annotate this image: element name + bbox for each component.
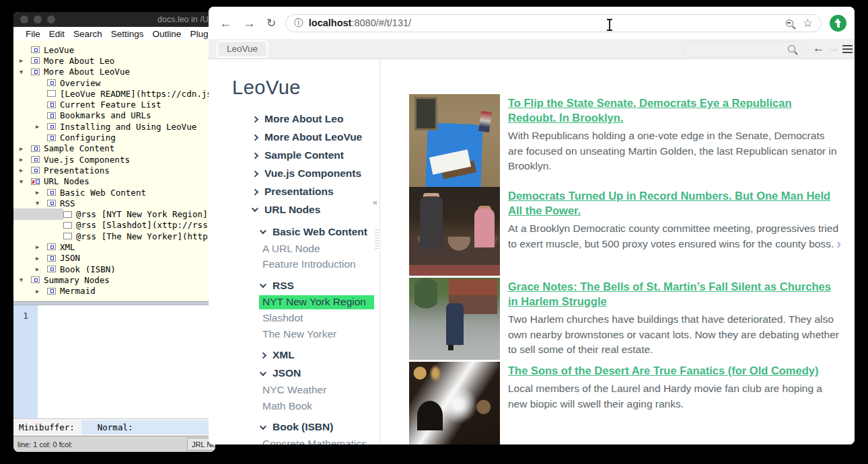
- leo-tree-node[interactable]: Bookmarks and URLs: [13, 110, 215, 121]
- close-window-button[interactable]: [20, 15, 28, 24]
- menu-plug[interactable]: Plug: [190, 29, 208, 39]
- leo-tree-node[interactable]: ▼ More About LeoVue: [13, 67, 215, 77]
- disclosure-triangle-icon[interactable]: ▶: [35, 243, 47, 250]
- article-headline-link[interactable]: Grace Notes: The Bells of St. Martin’s F…: [508, 280, 831, 307]
- app-badge[interactable]: LeoVue: [217, 40, 268, 58]
- sidebar-tree-item[interactable]: Book (ISBN): [232, 418, 379, 436]
- sidebar-tree-item[interactable]: Math Book: [232, 398, 379, 414]
- leo-tree-node[interactable]: ▶ Sample Content: [13, 143, 215, 154]
- leo-tree-node[interactable]: ▶ Mermaid: [13, 286, 215, 297]
- search-input[interactable]: [683, 41, 804, 57]
- node-box-icon[interactable]: [63, 233, 72, 239]
- disclosure-triangle-icon[interactable]: ▶: [19, 167, 31, 173]
- node-box-icon[interactable]: [47, 112, 56, 119]
- disclosure-triangle-icon[interactable]: ▶: [35, 189, 47, 196]
- sidebar-tree-item[interactable]: XML: [232, 346, 379, 364]
- node-box-icon[interactable]: [31, 276, 40, 283]
- menu-settings[interactable]: Settings: [111, 29, 144, 39]
- leo-tree-node[interactable]: @rss [The New Yorker](https: [13, 231, 215, 241]
- node-box-icon[interactable]: [47, 255, 56, 262]
- sidebar-tree-item[interactable]: A URL Node: [232, 241, 379, 257]
- browser-reload-button[interactable]: ↻: [266, 17, 276, 29]
- zoom-window-button[interactable]: [47, 15, 55, 24]
- bookmark-star-icon[interactable]: ☆: [803, 17, 813, 29]
- node-box-icon[interactable]: [31, 69, 40, 75]
- menu-edit[interactable]: Edit: [49, 29, 65, 39]
- sidebar-tree-item[interactable]: Feature Introduction: [232, 257, 379, 273]
- article-headline-link[interactable]: To Flip the State Senate, Democrats Eye …: [508, 97, 791, 124]
- node-box-icon[interactable]: [63, 222, 72, 229]
- sidebar-tree-item[interactable]: Basic Web Content: [232, 223, 379, 241]
- minibuffer-input[interactable]: Normal:: [81, 420, 214, 434]
- minimize-window-button[interactable]: [34, 15, 42, 24]
- leo-tree-node[interactable]: ▶ XML: [13, 241, 215, 252]
- menu-file[interactable]: File: [26, 29, 40, 39]
- leo-tree-node[interactable]: ▼ RSS: [13, 198, 215, 208]
- leo-tree-node[interactable]: Current Feature List: [13, 99, 215, 110]
- article-headline-link[interactable]: Democrats Turned Up in Record Numbers. B…: [508, 190, 830, 217]
- leo-tree-node[interactable]: Configuring: [13, 132, 215, 143]
- node-box-icon[interactable]: [47, 243, 56, 250]
- node-box-icon[interactable]: [47, 134, 56, 141]
- node-box-icon[interactable]: [31, 156, 40, 163]
- leo-body-pane[interactable]: 1: [13, 305, 215, 418]
- url-text[interactable]: localhost:8080/#/t/131/: [309, 17, 786, 28]
- sidebar-tree-item[interactable]: NYC Weather: [232, 383, 379, 399]
- leo-titlebar[interactable]: docs.leo in /Us: [13, 12, 215, 27]
- leo-tree-node[interactable]: ▶ More About Leo: [13, 55, 215, 66]
- sidebar-tree-item[interactable]: Vue.js Components: [232, 164, 379, 182]
- history-back-button[interactable]: ←: [813, 42, 824, 55]
- sidebar-tree-item[interactable]: JSON: [232, 364, 379, 383]
- sidebar-resize-handle[interactable]: [375, 229, 379, 249]
- sidebar-tree-item[interactable]: RSS: [232, 276, 379, 295]
- disclosure-triangle-icon[interactable]: ▼: [19, 178, 31, 185]
- disclosure-triangle-icon[interactable]: ▼: [35, 200, 47, 206]
- article-headline-link[interactable]: The Sons of the Desert Are True Fanatics…: [508, 364, 818, 377]
- leo-tree-node[interactable]: ▼ URL Nodes: [13, 176, 215, 187]
- node-box-icon[interactable]: [47, 200, 56, 206]
- menu-outline[interactable]: Outline: [153, 29, 182, 39]
- leo-tree-node[interactable]: Overview: [13, 77, 215, 88]
- zoom-out-icon[interactable]: [786, 20, 793, 27]
- menu-icon[interactable]: [842, 45, 853, 55]
- sidebar-tree-item[interactable]: Presentations: [232, 182, 379, 200]
- leo-tree-node[interactable]: ▶ Basic Web Content: [13, 187, 215, 198]
- node-box-icon[interactable]: [31, 57, 40, 64]
- leo-tree-node[interactable]: ▶ Book (ISBN): [13, 264, 215, 274]
- node-box-icon[interactable]: [31, 167, 40, 173]
- leo-tree-node[interactable]: ▼ Summary Nodes: [13, 274, 215, 285]
- sidebar-tree-item[interactable]: More About Leo: [232, 110, 379, 128]
- node-box-icon[interactable]: [31, 46, 40, 53]
- address-bar[interactable]: ⓘ localhost:8080/#/t/131/ ☆: [285, 14, 822, 32]
- disclosure-triangle-icon[interactable]: ▶: [19, 57, 31, 64]
- disclosure-triangle-icon[interactable]: ▶: [35, 255, 47, 262]
- sidebar-tree-item[interactable]: Sample Content: [232, 146, 379, 164]
- disclosure-triangle-icon[interactable]: ▶: [19, 145, 31, 152]
- leo-tree-node[interactable]: @rss [NYT New York Region](: [13, 208, 215, 219]
- sidebar-tree-item[interactable]: Concrete Mathematics: [232, 436, 379, 445]
- node-box-icon[interactable]: [47, 189, 56, 196]
- extension-button[interactable]: [830, 15, 846, 32]
- sidebar-tree-item[interactable]: Slashdot: [232, 311, 379, 327]
- leo-tree-node[interactable]: ▶ JSON: [13, 253, 215, 264]
- search-icon[interactable]: [788, 45, 795, 52]
- menu-search[interactable]: Search: [73, 29, 102, 39]
- leo-tree-node[interactable]: LeoVue: [13, 44, 215, 55]
- disclosure-triangle-icon[interactable]: ▶: [35, 288, 47, 295]
- sidebar-tree-item[interactable]: NYT New York Region: [232, 295, 379, 311]
- sidebar-tree-item[interactable]: The New Yorker: [232, 326, 379, 342]
- leo-tree-node[interactable]: [LeoVue README](https://cdn.js: [13, 88, 215, 99]
- node-box-icon[interactable]: [47, 102, 56, 108]
- disclosure-triangle-icon[interactable]: ▶: [35, 266, 47, 272]
- disclosure-triangle-icon[interactable]: ▼: [19, 276, 31, 283]
- node-box-icon[interactable]: [31, 178, 40, 185]
- browser-forward-button[interactable]: →: [243, 17, 256, 30]
- node-box-icon[interactable]: [63, 211, 72, 218]
- node-box-icon[interactable]: [47, 123, 56, 130]
- leo-tree-node[interactable]: ▶ Installing and Using LeoVue: [13, 121, 215, 132]
- leo-tree-node[interactable]: @rss [Slashdot](xttp://rss.: [13, 220, 215, 231]
- node-box-icon[interactable]: [47, 266, 56, 272]
- node-box-icon[interactable]: [47, 288, 56, 295]
- disclosure-triangle-icon[interactable]: ▶: [35, 123, 47, 130]
- browser-back-button[interactable]: ←: [219, 17, 232, 30]
